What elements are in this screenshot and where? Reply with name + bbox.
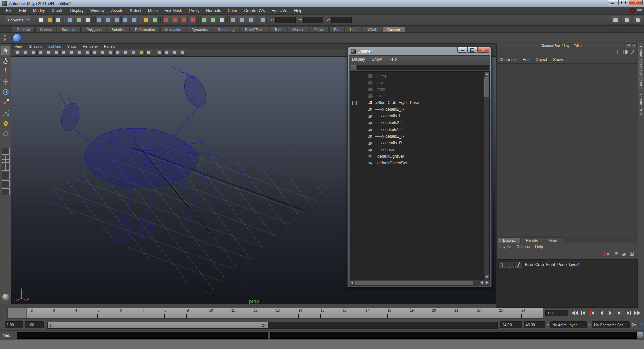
- gate-mask-icon[interactable]: [91, 50, 98, 56]
- timeline-frame[interactable]: 9: [186, 308, 209, 318]
- tab-channel-box-layer-editor[interactable]: Channel Box / Layer Editor: [638, 43, 643, 90]
- camera-attributes-icon[interactable]: [30, 50, 37, 56]
- render-settings-icon[interactable]: [247, 16, 255, 24]
- snap-to-grids-icon[interactable]: [95, 16, 103, 24]
- separator[interactable]: [63, 16, 65, 24]
- menu-item[interactable]: Proxy: [186, 7, 203, 14]
- timeline-frame[interactable]: 14: [298, 308, 320, 318]
- channel-box-menu-item[interactable]: Channels: [499, 57, 517, 62]
- select-by-object-icon[interactable]: [75, 16, 83, 24]
- layer-editor-menu-item[interactable]: Options: [517, 245, 530, 249]
- shelf-tab[interactable]: Animation: [160, 27, 186, 32]
- outliner-minimize-button[interactable]: [457, 47, 467, 53]
- menu-item[interactable]: Edit UVs: [268, 7, 291, 14]
- ipr-render-icon[interactable]: [238, 16, 246, 24]
- grease-pencil-icon[interactable]: [60, 50, 67, 56]
- window-close-button[interactable]: ×: [629, 0, 643, 5]
- shelf-tab[interactable]: Hair: [345, 27, 361, 32]
- layer-editor-tab[interactable]: Anim: [544, 237, 562, 243]
- panel-header[interactable]: Channel Box / Layer Editor ❐ ×: [497, 43, 638, 49]
- safe-action-icon[interactable]: [107, 50, 114, 56]
- outliner-menu-item[interactable]: Display: [352, 57, 365, 62]
- select-by-component-icon[interactable]: [84, 16, 92, 24]
- four-pane-layout-button[interactable]: [2, 156, 10, 163]
- playback-start-field[interactable]: 1.00: [25, 321, 44, 328]
- render-current-frame-icon[interactable]: [229, 16, 237, 24]
- outliner-close-button[interactable]: ×: [477, 47, 489, 53]
- outliner-item-top[interactable]: top: [350, 79, 484, 86]
- timeline-frame[interactable]: 6: [119, 308, 142, 318]
- menu-set-dropdown[interactable]: Polygons ▼: [5, 16, 31, 24]
- scroll-left-icon[interactable]: [350, 280, 355, 285]
- shelf-tab[interactable]: General: [12, 27, 35, 32]
- panel-drag-grip[interactable]: [498, 44, 538, 47]
- toolbox-ball-icon[interactable]: [2, 294, 9, 300]
- textured-display-icon[interactable]: [138, 50, 145, 56]
- last-tool-used[interactable]: [1, 129, 10, 138]
- shelf-tab[interactable]: PaintEffects: [240, 27, 269, 32]
- scrollbar-thumb[interactable]: [484, 77, 489, 97]
- layer-editor-tab[interactable]: Render: [521, 237, 543, 243]
- output-connections-icon[interactable]: [209, 16, 217, 24]
- channel-manipulator-icon[interactable]: [614, 49, 621, 56]
- range-slider-track[interactable]: 1 24: [47, 322, 498, 329]
- outliner-item-blue-crab-fight-pose[interactable]: Blue_Crab_Fight_Pose: [350, 99, 484, 106]
- y-coordinate-field[interactable]: [303, 17, 323, 23]
- quick-selection-dropdown-icon[interactable]: [259, 16, 267, 24]
- auto-keyframe-icon[interactable]: [638, 322, 643, 328]
- scroll-right-icon[interactable]: [485, 280, 490, 285]
- timeline-ruler[interactable]: 1 12345678910111213141516171819202122232…: [7, 308, 543, 319]
- outliner-maximize-button[interactable]: [467, 47, 477, 53]
- scrollbar-thumb[interactable]: [355, 281, 473, 285]
- status-line-grip[interactable]: [33, 16, 36, 24]
- timeline-frame[interactable]: 23: [498, 308, 521, 318]
- layer-row[interactable]: V Blue_Crab_Fight_Pose_layer1: [497, 261, 637, 268]
- separator[interactable]: [256, 16, 258, 24]
- layer-name[interactable]: Blue_Crab_Fight_Pose_layer1: [525, 262, 580, 267]
- timeline-frame[interactable]: 5: [97, 308, 119, 318]
- panel-menu-item[interactable]: View: [15, 44, 23, 48]
- single-pane-layout-button[interactable]: [2, 148, 10, 155]
- outliner-titlebar[interactable]: Outliner ×: [348, 47, 491, 55]
- command-line-mode-button[interactable]: MEL: [0, 333, 16, 337]
- move-layer-up-icon[interactable]: [603, 251, 610, 258]
- menu-item[interactable]: Select: [126, 7, 144, 14]
- channel-box-menu-item[interactable]: Show: [553, 57, 563, 62]
- timeline-frame[interactable]: 13: [275, 308, 298, 318]
- channel-box-menu-item[interactable]: Object: [535, 57, 547, 62]
- timeline-frame[interactable]: 10: [209, 308, 231, 318]
- new-layer-from-selected-icon[interactable]: [629, 251, 635, 258]
- show-hide-tool-settings-icon[interactable]: [622, 16, 631, 25]
- command-line-input[interactable]: [17, 332, 268, 339]
- film-gate-icon[interactable]: [76, 50, 83, 56]
- outliner-item-front[interactable]: front: [350, 86, 484, 93]
- layer-visibility-toggle[interactable]: V: [499, 262, 506, 268]
- go-to-end-button[interactable]: [634, 309, 642, 317]
- menu-item[interactable]: Normals: [203, 7, 224, 14]
- outliner-persp-layout-button[interactable]: [2, 188, 10, 195]
- grid-toggle-icon[interactable]: [68, 50, 75, 56]
- shelf-tab[interactable]: Rendering: [213, 27, 239, 32]
- layer-editor-menu-item[interactable]: Layers: [499, 245, 511, 249]
- timeline-frame[interactable]: 22: [476, 308, 499, 318]
- universal-manipulator-tool[interactable]: [1, 108, 10, 117]
- menu-item[interactable]: File: [3, 7, 16, 14]
- timeline-frame[interactable]: 15: [320, 308, 342, 318]
- two-pane-side-layout-button[interactable]: [2, 164, 10, 171]
- move-tool[interactable]: [1, 77, 10, 86]
- timeline-frame[interactable]: 3: [52, 308, 75, 318]
- safe-title-icon[interactable]: [114, 50, 121, 56]
- shelf-item-blue-sphere[interactable]: [12, 33, 22, 43]
- step-back-frame-button[interactable]: [579, 309, 587, 317]
- channel-box-area[interactable]: [497, 64, 638, 236]
- bookmarks-icon[interactable]: [37, 50, 44, 56]
- select-tool[interactable]: [1, 46, 10, 55]
- shelf-tab[interactable]: nCloth: [362, 27, 382, 32]
- timeline-frame[interactable]: 7: [142, 308, 164, 318]
- menu-bar-badge-icon[interactable]: [630, 8, 635, 13]
- two-d-pan-zoom-icon[interactable]: [53, 50, 60, 56]
- menu-item[interactable]: Display: [67, 7, 87, 14]
- shadows-icon[interactable]: [156, 50, 163, 56]
- layer-playback-toggle[interactable]: [507, 262, 514, 268]
- panel-menu-item[interactable]: Renderer: [83, 44, 98, 48]
